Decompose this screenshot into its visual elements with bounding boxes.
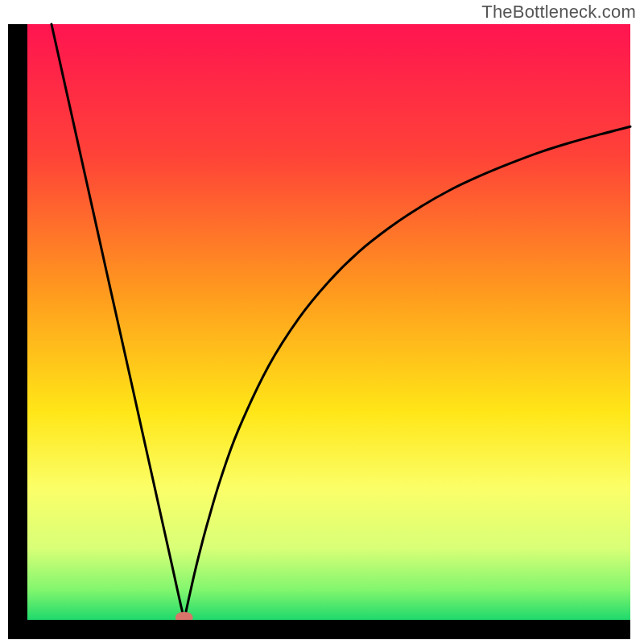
watermark-label: TheBottleneck.com: [481, 2, 636, 23]
bottleneck-chart: TheBottleneck.com: [0, 0, 644, 644]
chart-svg: [0, 0, 644, 644]
x-axis: [8, 620, 630, 639]
y-axis: [8, 24, 27, 639]
